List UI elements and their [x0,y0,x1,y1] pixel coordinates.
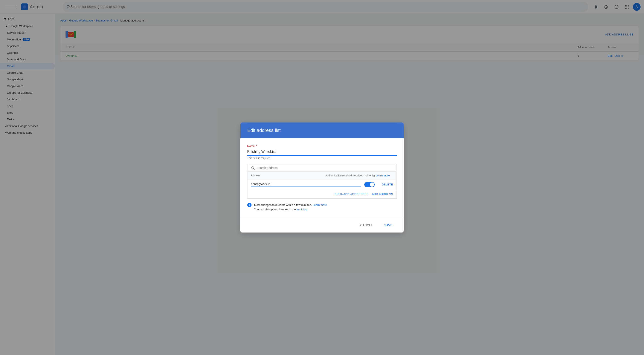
info-icon: i [247,203,252,207]
search-address-wrap[interactable] [247,164,397,172]
toggle-knob [370,182,374,187]
info-learn-more-link[interactable]: Learn more [312,203,327,206]
field-hint: This field is required. [247,157,397,160]
address-actions: BULK-ADD ADDRESSES ADD ADDRESS [247,190,397,199]
search-address-icon [251,166,255,170]
col-address-header: Address [251,174,322,177]
name-input[interactable] [247,149,397,156]
save-button[interactable]: SAVE [380,221,397,229]
cancel-button[interactable]: CANCEL [356,221,378,229]
modal-header: Edit address list [240,123,404,138]
name-label: Name * [247,144,397,148]
address-input[interactable] [251,182,361,187]
address-row: DELETE [247,179,397,190]
bulk-add-button[interactable]: BULK-ADD ADDRESSES [334,193,368,196]
search-address-input[interactable] [256,166,393,170]
svg-line-21 [254,168,254,169]
address-table-header: Address Authentication required (receive… [247,172,397,179]
info-section: i Most changes take effect within a few … [247,203,397,212]
toggle-wrap [361,182,378,187]
add-address-button[interactable]: ADD ADDRESS [372,193,393,196]
col-auth-header: Authentication required (received mail o… [322,174,393,177]
info-text: Most changes take effect within a few mi… [254,203,327,212]
modal-title: Edit address list [247,128,397,133]
auth-toggle[interactable] [364,182,375,187]
modal-footer: CANCEL SAVE [240,218,404,232]
learn-more-link[interactable]: Learn more [376,174,390,177]
modal-overlay: Edit address list Name * This field is r… [0,0,644,355]
audit-log-link[interactable]: audit log [297,208,307,211]
modal-body: Name * This field is required. Address A… [240,138,404,218]
edit-address-list-modal: Edit address list Name * This field is r… [240,123,404,233]
delete-address-button[interactable]: DELETE [382,183,393,186]
